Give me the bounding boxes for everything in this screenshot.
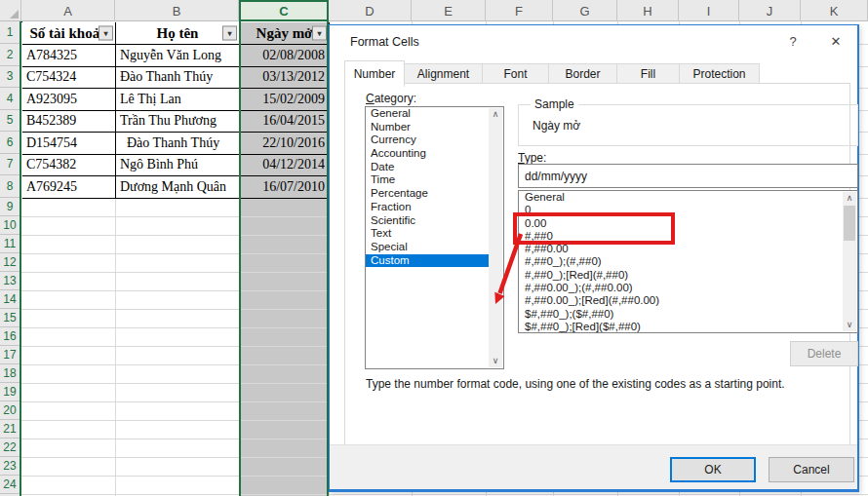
row-header-23[interactable]: 23 [0, 457, 20, 476]
tab-alignment[interactable]: Alignment [405, 63, 483, 84]
cell-C7[interactable]: 04/12/2014 [240, 155, 330, 177]
row-header-19[interactable]: 19 [0, 383, 20, 401]
column-header-B[interactable]: B [115, 0, 239, 21]
cell-C4[interactable]: 15/02/2009 [240, 89, 330, 111]
category-item-number[interactable]: Number [366, 121, 489, 134]
tab-number[interactable]: Number [344, 60, 405, 87]
column-header-J[interactable]: J [739, 0, 801, 21]
column-header-H[interactable]: H [617, 0, 679, 21]
type-input[interactable] [518, 164, 858, 188]
cell-B8[interactable]: Dương Mạnh Quân [116, 176, 240, 199]
cell-B2[interactable]: Nguyễn Văn Long [116, 45, 240, 67]
category-item-date[interactable]: Date [366, 161, 489, 174]
format-code-item[interactable]: #,##0_);(#,##0) [519, 255, 857, 268]
category-scrollbar[interactable]: ∧ ∨ [489, 108, 502, 367]
column-header-E[interactable]: E [412, 0, 486, 21]
category-item-accounting[interactable]: Accounting [366, 147, 489, 161]
format-code-item[interactable]: 0.00 [519, 217, 857, 230]
row-header-12[interactable]: 12 [0, 253, 20, 272]
cell-A2[interactable]: A784325 [22, 45, 116, 67]
column-header-K[interactable]: K [801, 0, 868, 21]
format-code-item[interactable]: #,##0 [519, 230, 857, 243]
row-header-6[interactable]: 6 [0, 132, 20, 154]
column-header-D[interactable]: D [329, 0, 412, 21]
cell-B6[interactable]: Đào Thanh Thúy [116, 133, 240, 155]
filter-dropdown-icon[interactable]: ▾ [222, 26, 237, 41]
cancel-button[interactable]: Cancel [769, 457, 854, 482]
cell-C1[interactable]: Ngày mở▾ [240, 22, 330, 45]
column-header-A[interactable]: A [21, 0, 115, 21]
row-header-8[interactable]: 8 [0, 175, 20, 198]
row-header-16[interactable]: 16 [0, 327, 20, 346]
format-scrollbar[interactable]: ∧ ∨ [843, 192, 856, 331]
filter-dropdown-icon[interactable]: ▾ [99, 26, 113, 41]
category-item-text[interactable]: Text [366, 227, 489, 241]
cell-A6[interactable]: D154754 [22, 133, 116, 155]
tab-font[interactable]: Font [483, 63, 549, 84]
format-code-item[interactable]: $#,##0_);($#,##0) [519, 308, 857, 321]
cell-C8[interactable]: 16/07/2010 [240, 176, 330, 199]
row-header-17[interactable]: 17 [0, 346, 20, 364]
dialog-titlebar[interactable]: Format Cells ? ✕ [330, 25, 857, 58]
row-header-18[interactable]: 18 [0, 364, 20, 383]
category-item-general[interactable]: General [366, 107, 489, 121]
format-code-item[interactable]: #,##0.00 [519, 243, 857, 255]
column-header-I[interactable]: I [679, 0, 739, 21]
cell-A1[interactable]: Số tài khoản▾ [22, 22, 116, 45]
column-header-G[interactable]: G [553, 0, 617, 21]
row-header-14[interactable]: 14 [0, 290, 20, 309]
cell-C3[interactable]: 03/13/2012 [240, 67, 330, 90]
cell-B1[interactable]: Họ tên▾ [116, 22, 240, 45]
column-header-F[interactable]: F [486, 0, 553, 21]
category-item-currency[interactable]: Currency [366, 134, 489, 147]
scroll-down-icon[interactable]: ∨ [843, 319, 856, 331]
category-item-percentage[interactable]: Percentage [366, 187, 489, 201]
row-header-7[interactable]: 7 [0, 154, 20, 176]
format-codes-listbox[interactable]: ∧ ∨ General00.00#,##0#,##0.00#,##0_);(#,… [518, 190, 858, 333]
category-item-custom[interactable]: Custom [366, 254, 489, 268]
row-header-21[interactable]: 21 [0, 420, 20, 439]
category-item-fraction[interactable]: Fraction [366, 201, 489, 214]
row-header-4[interactable]: 4 [0, 88, 20, 110]
category-listbox[interactable]: ∧ ∨ GeneralNumberCurrencyAccountingDateT… [365, 106, 504, 369]
format-code-item[interactable]: $#,##0_);[Red]($#,##0) [519, 321, 857, 333]
cell-C6[interactable]: 22/10/2016 [240, 133, 330, 155]
ok-button[interactable]: OK [670, 457, 756, 482]
cell-A7[interactable]: C754382 [22, 155, 116, 177]
filter-dropdown-icon[interactable]: ▾ [312, 26, 327, 41]
row-header-1[interactable]: 1 [0, 21, 20, 44]
cell-B7[interactable]: Ngô Bình Phú [116, 155, 240, 177]
row-header-20[interactable]: 20 [0, 401, 20, 420]
tab-protection[interactable]: Protection [680, 63, 760, 84]
tab-border[interactable]: Border [549, 63, 617, 84]
row-header-9[interactable]: 9 [0, 198, 20, 216]
category-item-time[interactable]: Time [366, 173, 489, 187]
category-item-scientific[interactable]: Scientific [366, 214, 489, 228]
select-all-corner[interactable] [0, 0, 21, 21]
format-code-item[interactable]: 0 [519, 204, 857, 216]
close-icon[interactable]: ✕ [823, 32, 848, 52]
format-code-item[interactable]: #,##0.00_);(#,##0.00) [519, 282, 857, 294]
tab-fill[interactable]: Fill [617, 63, 680, 84]
cell-C5[interactable]: 16/04/2015 [240, 111, 330, 134]
cell-A4[interactable]: A923095 [22, 89, 116, 111]
row-header-2[interactable]: 2 [0, 44, 20, 66]
cell-A3[interactable]: C754324 [22, 67, 116, 90]
scroll-down-icon[interactable]: ∨ [489, 355, 502, 367]
scrollbar-thumb[interactable] [844, 206, 855, 241]
format-code-item[interactable]: #,##0.00_);[Red](#,##0.00) [519, 294, 857, 307]
format-code-item[interactable]: #,##0_);[Red](#,##0) [519, 269, 857, 282]
cell-C2[interactable]: 02/08/2008 [240, 45, 330, 67]
format-code-item[interactable]: General [519, 191, 857, 204]
row-header-22[interactable]: 22 [0, 439, 20, 457]
row-header-3[interactable]: 3 [0, 66, 20, 89]
column-header-C[interactable]: C [239, 0, 329, 21]
row-header-11[interactable]: 11 [0, 235, 20, 253]
row-header-15[interactable]: 15 [0, 309, 20, 327]
row-header-24[interactable]: 24 [0, 476, 20, 494]
row-header-13[interactable]: 13 [0, 272, 20, 290]
cell-A8[interactable]: A769245 [22, 176, 116, 199]
row-header-5[interactable]: 5 [0, 110, 20, 133]
category-item-special[interactable]: Special [366, 241, 489, 254]
cell-B3[interactable]: Đào Thanh Thúy [116, 67, 240, 90]
